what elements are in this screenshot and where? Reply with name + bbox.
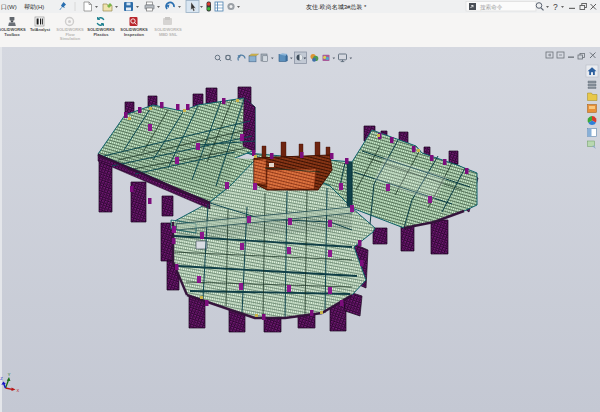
svg-text:X: X: [17, 388, 20, 393]
svg-text:友佳.欧尚名城3#总装 *: 友佳.欧尚名城3#总装 *: [306, 3, 367, 11]
svg-text:搜索命令: 搜索命令: [480, 4, 503, 11]
svg-text:?: ?: [553, 2, 558, 12]
svg-text:Y: Y: [8, 372, 11, 377]
